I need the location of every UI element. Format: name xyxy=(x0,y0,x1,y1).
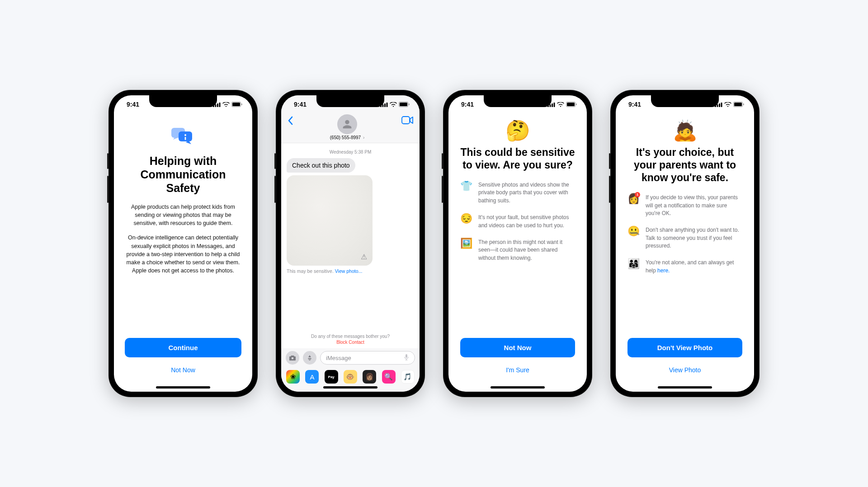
camera-button[interactable] xyxy=(286,351,299,365)
item-emoji: 😔 xyxy=(460,214,472,224)
facetime-button[interactable] xyxy=(401,114,413,126)
photos-app-icon[interactable]: ❀ xyxy=(286,370,300,384)
memoji-app-icon[interactable]: 🐵 xyxy=(344,370,357,384)
back-button[interactable] xyxy=(288,114,293,127)
battery-icon xyxy=(231,102,242,107)
warning-body: 🤔 This could be sensitive to view. Are y… xyxy=(448,113,587,392)
svg-rect-6 xyxy=(241,103,242,105)
animoji-app-icon[interactable]: 👩🏽 xyxy=(363,370,376,384)
item-emoji: 🤐 xyxy=(627,226,639,236)
warning-icon: ⚠︎ xyxy=(361,253,367,261)
item-text: Don't share anything you don't want to. … xyxy=(646,226,742,250)
phone-2-screen: 9:41 (650) 555-8997 › xyxy=(281,95,420,392)
status-time: 9:41 xyxy=(294,101,307,108)
im-sure-link[interactable]: I'm Sure xyxy=(460,362,575,378)
warning-title: It's your choice, but your parents want … xyxy=(627,146,742,184)
help-link[interactable]: here. xyxy=(657,267,670,274)
item-emoji: 👨‍👩‍👧 xyxy=(627,259,639,269)
search-app-icon[interactable]: 🔍 xyxy=(382,370,396,384)
message-input[interactable]: iMessage xyxy=(320,351,415,365)
wifi-icon xyxy=(222,102,230,107)
blurred-photo-attachment[interactable]: ⚠︎ xyxy=(287,175,373,266)
warning-item: 👨‍👩‍👧 You're not alone, and can always g… xyxy=(627,259,742,275)
incoming-message[interactable]: Check out this photo xyxy=(287,158,355,173)
wifi-icon xyxy=(557,102,564,107)
svg-rect-34 xyxy=(743,103,744,105)
dont-view-button[interactable]: Don't View Photo xyxy=(627,338,742,357)
phone-3-screen: 9:41 🤔 This could be sensitive to view. … xyxy=(448,95,587,392)
avatar-icon xyxy=(337,114,357,134)
applepay-app-icon[interactable]: Pay xyxy=(325,370,338,384)
continue-button[interactable]: Continue xyxy=(125,338,241,357)
svg-rect-3 xyxy=(219,103,221,107)
home-indicator[interactable] xyxy=(156,386,210,389)
message-thread[interactable]: Wednesday 5:38 PM Check out this photo ⚠… xyxy=(281,143,420,348)
info-body: Helping with Communication Safety Apple … xyxy=(114,113,252,392)
home-indicator[interactable] xyxy=(658,386,712,389)
dictate-button[interactable] xyxy=(404,354,409,362)
notch xyxy=(316,95,384,107)
warning-item: 🤐 Don't share anything you don't want to… xyxy=(627,226,742,250)
svg-point-19 xyxy=(292,357,294,359)
item-text: You're not alone, and can always get hel… xyxy=(646,259,742,275)
block-contact-link[interactable]: Block Contact xyxy=(287,340,414,345)
battery-icon xyxy=(566,102,577,107)
sensitive-warning-line: This may be sensitive. View photo... xyxy=(287,268,414,274)
svg-rect-17 xyxy=(409,103,410,105)
item-text: It's not your fault, but sensitive photo… xyxy=(478,214,575,229)
item-text: If you decide to view this, your parents… xyxy=(646,194,742,217)
chat-safety-icon xyxy=(125,126,241,150)
warning-item: 👕 Sensitive photos and videos show the p… xyxy=(460,181,575,205)
svg-rect-18 xyxy=(402,117,410,124)
message-timestamp: Wednesday 5:38 PM xyxy=(287,150,414,155)
phone-1-frame: 9:41 Help xyxy=(108,90,258,397)
music-app-icon[interactable]: 🎵 xyxy=(401,370,415,384)
svg-rect-33 xyxy=(734,103,742,106)
item-emoji: 👩1 xyxy=(627,194,639,204)
home-indicator[interactable] xyxy=(323,386,377,389)
status-icons xyxy=(213,102,242,107)
wifi-icon xyxy=(390,102,397,107)
svg-rect-10 xyxy=(185,137,186,140)
svg-rect-24 xyxy=(554,103,555,107)
notch xyxy=(651,95,719,107)
info-paragraph-1: Apple products can help protect kids fro… xyxy=(125,203,241,227)
svg-point-9 xyxy=(184,134,186,136)
status-time: 9:41 xyxy=(127,101,139,108)
status-icons xyxy=(380,102,410,107)
chevron-right-icon: › xyxy=(362,135,364,140)
item-emoji: 🖼️ xyxy=(460,239,472,248)
app-store-button[interactable] xyxy=(303,351,316,365)
svg-rect-30 xyxy=(719,103,720,107)
status-icons xyxy=(715,102,744,107)
warning-title: This could be sensitive to view. Are you… xyxy=(460,146,575,171)
warning-item: 😔 It's not your fault, but sensitive pho… xyxy=(460,214,575,229)
info-title: Helping with Communication Safety xyxy=(125,154,241,195)
status-time: 9:41 xyxy=(628,101,641,108)
contact-header[interactable]: (650) 555-8997 › xyxy=(293,114,401,140)
warning-list: 👩1 If you decide to view this, your pare… xyxy=(627,194,742,275)
battery-icon xyxy=(399,102,410,107)
svg-rect-27 xyxy=(576,103,577,105)
phone-3-frame: 9:41 🤔 This could be sensitive to view. … xyxy=(443,90,592,397)
not-now-link[interactable]: Not Now xyxy=(125,362,241,378)
svg-rect-26 xyxy=(567,103,575,106)
view-photo-link[interactable]: View Photo xyxy=(627,362,742,378)
not-now-button[interactable]: Not Now xyxy=(460,338,575,357)
phone-1-screen: 9:41 Help xyxy=(114,95,252,392)
item-text: Sensitive photos and videos show the pri… xyxy=(478,181,575,205)
phone-4-frame: 9:41 🙇 It's your choice, but your parent… xyxy=(610,90,760,397)
phone-4-screen: 9:41 🙇 It's your choice, but your parent… xyxy=(616,95,754,392)
warning-hero-emoji: 🤔 xyxy=(460,119,575,142)
svg-rect-23 xyxy=(552,103,553,107)
sensitive-prefix: This may be sensitive. xyxy=(287,268,335,274)
notch xyxy=(149,95,217,107)
appstore-app-icon[interactable]: A xyxy=(305,370,319,384)
view-photo-link[interactable]: View photo... xyxy=(335,268,363,274)
battery-icon xyxy=(733,102,744,107)
home-indicator[interactable] xyxy=(491,386,545,389)
bother-prompt: Do any of these messages bother you? Blo… xyxy=(287,334,414,348)
item-text: The person in this might not want it see… xyxy=(478,239,575,262)
item-emoji: 👕 xyxy=(460,181,472,191)
svg-rect-20 xyxy=(406,354,407,358)
